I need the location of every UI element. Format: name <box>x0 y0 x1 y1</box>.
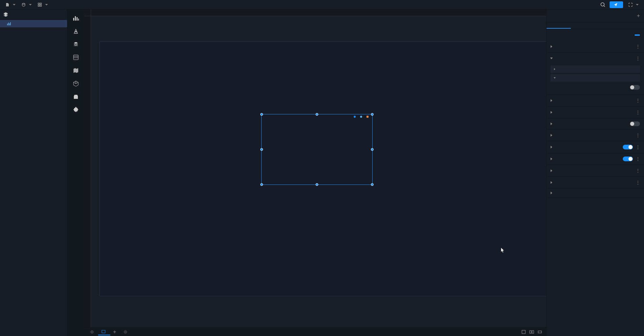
section-axis-header[interactable]: ⋮ <box>547 130 644 141</box>
grid-button[interactable] <box>537 329 543 335</box>
comp-suite[interactable] <box>68 91 84 104</box>
section-axis: ⋮ <box>547 130 644 141</box>
comp-text[interactable] <box>68 25 84 38</box>
section-color-header[interactable]: ⋮ <box>547 53 644 64</box>
more-icon[interactable]: ⋮ <box>636 133 640 138</box>
highlight-toggle[interactable] <box>630 85 640 90</box>
caret-icon <box>551 111 552 114</box>
tab-background[interactable] <box>119 329 130 335</box>
tooltip-toggle[interactable] <box>623 157 633 161</box>
layer-item-0[interactable] <box>0 20 67 27</box>
svg-rect-29 <box>538 331 541 333</box>
legend-item-2 <box>367 116 370 118</box>
chart-icon <box>72 14 80 22</box>
tab-style[interactable] <box>547 23 571 29</box>
add-state-button[interactable]: + <box>637 13 640 19</box>
ruler-horizontal <box>91 9 546 16</box>
chart-widget[interactable] <box>261 114 373 185</box>
publish-button[interactable] <box>610 1 623 8</box>
ruler-corner <box>84 9 91 16</box>
more-icon[interactable]: ⋮ <box>636 110 640 115</box>
chart-plot <box>272 122 367 176</box>
section-graph-shape: ⋮ <box>547 107 644 118</box>
menu-project[interactable] <box>3 2 18 8</box>
sub-highlight-color[interactable] <box>551 74 640 82</box>
caret-icon <box>550 58 553 59</box>
more-icon[interactable]: ⋮ <box>636 44 640 49</box>
properties-panel: + ⋮ ⋮ <box>546 9 644 336</box>
widget-title <box>551 32 552 37</box>
section-color-body <box>547 65 644 94</box>
svg-rect-27 <box>530 331 531 333</box>
comp-control[interactable] <box>68 52 84 64</box>
more-icon[interactable]: ⋮ <box>636 180 640 185</box>
section-tooltip: ⋮ <box>547 153 644 165</box>
section-basic: ⋮ <box>547 41 644 53</box>
comp-map[interactable] <box>68 65 84 77</box>
more-icon[interactable]: ⋮ <box>636 98 640 103</box>
legend-item-0 <box>354 116 357 118</box>
add-circle-icon[interactable] <box>124 330 127 334</box>
comp-media[interactable] <box>68 38 84 51</box>
caret-icon <box>551 192 552 194</box>
comp-local[interactable] <box>68 104 84 117</box>
close-icon[interactable] <box>90 330 94 334</box>
more-icon[interactable]: ⋮ <box>636 156 640 162</box>
section-display-header[interactable]: ⋮ <box>547 165 644 176</box>
section-legend-header[interactable]: ⋮ <box>547 141 644 153</box>
section-graph-text-header[interactable]: ⋮ <box>547 95 644 106</box>
section-graph-shape-header[interactable]: ⋮ <box>547 107 644 118</box>
svg-point-0 <box>22 3 25 4</box>
svg-rect-22 <box>102 330 105 333</box>
layout-button[interactable] <box>529 329 535 335</box>
svg-rect-28 <box>532 331 534 333</box>
tutorial-button[interactable] <box>635 34 640 36</box>
caret-icon <box>554 68 555 70</box>
section-basic-header[interactable]: ⋮ <box>547 41 644 52</box>
caret-icon <box>551 181 552 184</box>
svg-rect-7 <box>7 24 8 25</box>
tab-interact[interactable] <box>571 23 595 29</box>
sub-default-color[interactable] <box>551 65 640 73</box>
grid-icon <box>38 3 42 7</box>
legend-toggle[interactable] <box>623 145 633 149</box>
caret-icon <box>551 99 552 102</box>
svg-rect-11 <box>73 18 74 21</box>
caret-icon <box>551 45 552 48</box>
tab-sub1[interactable] <box>98 329 110 335</box>
tab-foreground[interactable] <box>86 329 97 335</box>
caret-icon <box>551 158 552 160</box>
section-size-pos-header[interactable] <box>547 189 644 197</box>
tab-code[interactable] <box>620 23 644 29</box>
section-tooltip-header[interactable]: ⋮ <box>547 153 644 165</box>
svg-rect-13 <box>77 17 78 21</box>
cube-icon <box>72 80 80 87</box>
main-layout: + + <box>0 9 644 336</box>
chevron-down-icon <box>636 4 639 5</box>
caret-icon <box>554 77 556 79</box>
fit-button[interactable] <box>521 329 527 335</box>
legend-square <box>367 116 369 118</box>
menu-operations[interactable] <box>35 2 51 8</box>
preview-button[interactable] <box>626 1 641 8</box>
comp-3d[interactable] <box>68 78 84 90</box>
state-header: + <box>547 9 644 23</box>
chevron-down-icon <box>45 4 48 5</box>
legend-dot <box>360 116 362 118</box>
section-guide-line-header[interactable] <box>547 118 644 129</box>
comp-chart[interactable] <box>68 12 84 25</box>
svg-rect-2 <box>40 3 41 4</box>
section-padding-header[interactable]: ⋮ <box>547 177 644 188</box>
more-icon[interactable]: ⋮ <box>636 168 640 173</box>
more-icon[interactable]: ⋮ <box>636 144 640 150</box>
more-icon[interactable]: ⋮ <box>636 56 640 61</box>
search-button[interactable] <box>599 1 607 9</box>
canvas-area[interactable]: + <box>84 9 546 336</box>
menu-data[interactable] <box>19 2 34 8</box>
tab-data[interactable] <box>595 23 620 29</box>
canvas-content[interactable] <box>91 16 546 336</box>
section-color: ⋮ <box>547 53 644 95</box>
tab-add-button[interactable]: + <box>111 329 118 335</box>
row-highlight-setting <box>551 83 640 92</box>
guide-toggle[interactable] <box>630 121 640 126</box>
